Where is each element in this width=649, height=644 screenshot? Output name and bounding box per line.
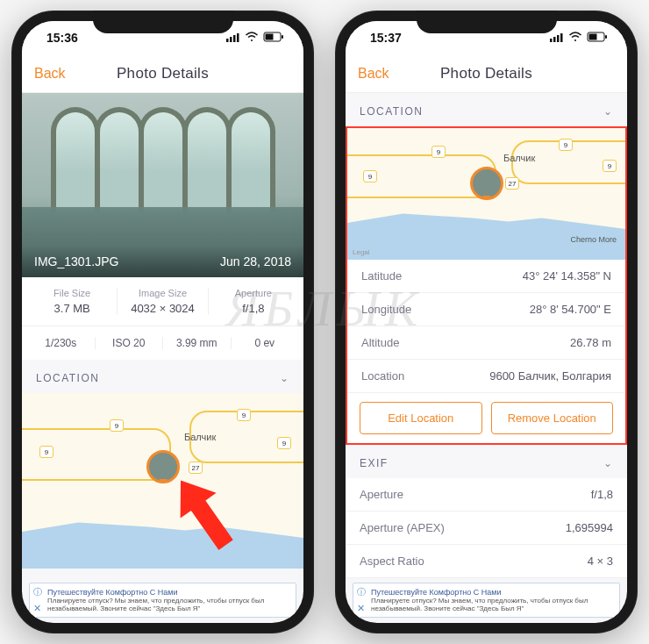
ad-close-icon[interactable]: ✕: [33, 603, 41, 614]
sea: [22, 507, 303, 569]
notch: [93, 11, 233, 33]
svg-rect-9: [553, 37, 556, 42]
map-pin[interactable]: [146, 450, 180, 483]
remove-location-button[interactable]: Remove Location: [491, 402, 614, 434]
status-right: [550, 31, 608, 45]
exif-aperture-row: Aperture f/1,8: [346, 478, 627, 512]
svg-rect-6: [282, 35, 283, 39]
latitude-value: 43° 24' 14.358" N: [523, 269, 611, 283]
status-time: 15:37: [370, 31, 402, 45]
ad-info-icon[interactable]: ⓘ: [33, 586, 42, 598]
svg-rect-10: [557, 35, 560, 42]
location-header-label: LOCATION: [36, 372, 99, 384]
map-cherno-label: Cherno More: [570, 235, 617, 244]
imagesize-value: 4032 × 3024: [118, 302, 207, 315]
highlight-box: 9 9 27 9 9 Балчик Cherno More Legal Lati…: [346, 126, 627, 445]
imagesize-cell: Image Size 4032 × 3024: [118, 288, 208, 315]
road-shield: 9: [277, 437, 291, 449]
svg-rect-0: [226, 39, 229, 42]
photo-preview[interactable]: IMG_1301.JPG Jun 28, 2018: [22, 93, 303, 277]
imagesize-label: Image Size: [118, 288, 207, 298]
location-label: Location: [361, 369, 404, 383]
focal-value: 3.99 mm: [163, 337, 232, 349]
exif-header[interactable]: EXIF ⌄: [346, 445, 627, 478]
ad-body: Планируете отпуск? Мы знаем, что предлож…: [47, 597, 264, 612]
ad-body: Планируете отпуск? Мы знаем, что предлож…: [371, 597, 588, 612]
exif-aperture-value: f/1,8: [591, 488, 613, 501]
filesize-value: 3.7 MB: [27, 302, 117, 315]
battery-icon: [587, 31, 608, 45]
map-city-label: Балчик: [503, 153, 535, 163]
back-button[interactable]: Back: [358, 66, 389, 82]
ad-close-icon[interactable]: ✕: [357, 603, 365, 614]
content-right: LOCATION ⌄ 9 9 27 9 9 Балчик Cherno More…: [346, 93, 627, 623]
location-header[interactable]: LOCATION ⌄: [22, 360, 303, 393]
longitude-value: 28° 8' 54.700" E: [530, 303, 611, 316]
location-map[interactable]: 9 9 27 9 9 Балчик: [22, 393, 303, 569]
sea: [347, 198, 625, 260]
navbar: Back Photo Details: [22, 54, 303, 93]
exif-apex-row: Aperture (APEX) 1,695994: [346, 512, 627, 545]
location-header[interactable]: LOCATION ⌄: [346, 93, 627, 126]
road-shield: 9: [110, 419, 124, 432]
ad-title: Путешествуйте Комфортно С Нами: [371, 588, 501, 597]
svg-rect-8: [550, 39, 553, 42]
latitude-row: Latitude 43° 24' 14.358" N: [347, 260, 625, 293]
svg-rect-13: [589, 34, 597, 40]
map-legal[interactable]: Legal: [353, 248, 370, 256]
road-shield: 9: [431, 146, 446, 158]
ad-title: Путешествуйте Комфортно С Нами: [47, 588, 177, 597]
exif-aspect-value: 4 × 3: [588, 555, 613, 568]
back-button[interactable]: Back: [34, 66, 66, 82]
filesize-cell: File Size 3.7 MB: [27, 288, 118, 315]
location-value: 9600 Балчик, Болгария: [489, 369, 611, 383]
page-title: Photo Details: [440, 65, 532, 82]
location-map[interactable]: 9 9 27 9 9 Балчик Cherno More Legal: [347, 128, 625, 260]
map-pin[interactable]: [470, 167, 503, 200]
phone-right: 15:37 Back Photo Details LOCATION ⌄: [335, 11, 638, 633]
longitude-row: Longitude 28° 8' 54.700" E: [347, 293, 625, 326]
photo-overlay: IMG_1301.JPG Jun 28, 2018: [22, 246, 303, 277]
wifi-icon: [245, 31, 259, 45]
svg-rect-5: [266, 34, 274, 40]
page-title: Photo Details: [117, 65, 209, 82]
road-shield: 9: [39, 446, 53, 458]
navbar: Back Photo Details: [346, 54, 627, 93]
road-shield: 9: [363, 170, 377, 182]
svg-rect-1: [230, 37, 232, 42]
battery-icon: [263, 31, 284, 45]
aperture-label: Aperture: [209, 288, 298, 298]
chevron-down-icon: ⌄: [603, 105, 614, 118]
status-right: [226, 31, 284, 45]
aperture-value: f/1,8: [209, 302, 298, 315]
map-city-label: Балчик: [184, 432, 216, 442]
exif-apex-value: 1,695994: [566, 521, 613, 534]
wifi-icon: [568, 31, 582, 45]
latitude-label: Latitude: [361, 269, 402, 283]
svg-rect-11: [560, 33, 563, 42]
altitude-row: Altitude 26.78 m: [347, 326, 625, 360]
aperture-cell: Aperture f/1,8: [209, 288, 298, 315]
exif-aspect-label: Aspect Ratio: [360, 555, 424, 568]
stats-row: 1/230s ISO 20 3.99 mm 0 ev: [22, 326, 303, 360]
altitude-value: 26.78 m: [570, 336, 611, 349]
ad-banner[interactable]: ⓘ ✕ Путешествуйте Комфортно С Нами Плани…: [29, 583, 296, 618]
shutter-value: 1/230s: [27, 337, 96, 349]
road-shield: 9: [237, 409, 251, 421]
svg-rect-14: [605, 35, 607, 39]
edit-location-button[interactable]: Edit Location: [360, 402, 482, 434]
ad-info-icon[interactable]: ⓘ: [357, 586, 366, 598]
content-left: IMG_1301.JPG Jun 28, 2018 File Size 3.7 …: [22, 93, 303, 623]
road-shield: 9: [603, 160, 617, 172]
metadata-card: File Size 3.7 MB Image Size 4032 × 3024 …: [22, 277, 303, 360]
iso-value: ISO 20: [96, 337, 164, 349]
filename: IMG_1301.JPG: [34, 254, 119, 268]
exif-aperture-label: Aperture: [360, 488, 403, 501]
location-buttons: Edit Location Remove Location: [347, 393, 625, 443]
ev-value: 0 ev: [232, 337, 299, 349]
exif-apex-label: Aperture (APEX): [360, 521, 445, 534]
svg-rect-2: [233, 35, 236, 42]
location-header-label: LOCATION: [360, 105, 423, 118]
exif-aspect-row: Aspect Ratio 4 × 3: [346, 545, 627, 578]
ad-banner[interactable]: ⓘ ✕ Путешествуйте Комфортно С Нами Плани…: [353, 583, 620, 618]
